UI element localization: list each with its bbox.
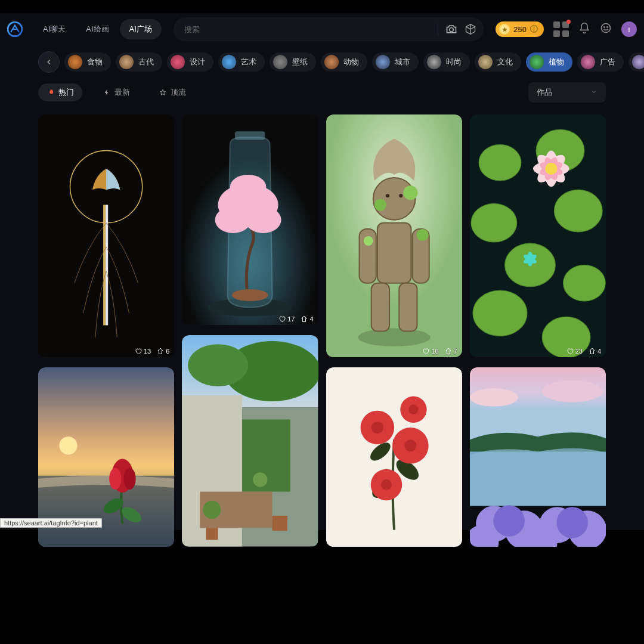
artwork-image [182,114,318,325]
artwork-card[interactable]: 23 4 [470,114,606,360]
category-chip-ad[interactable]: 广告 [577,52,624,72]
category-thumb [68,55,82,69]
category-back-button[interactable] [38,51,60,73]
card-stats: 17 4 [278,315,313,323]
category-chip-design[interactable]: 设计 [167,52,213,72]
svg-point-66 [554,190,602,232]
gallery: 13 6 [0,110,644,554]
svg-point-24 [232,289,268,301]
upvote-button[interactable]: 6 [157,348,169,355]
search-input[interactable] [184,25,432,34]
coin-info-icon: ⓘ [530,24,538,35]
svg-point-45 [403,185,417,200]
category-chip-food[interactable]: 食物 [64,52,111,72]
svg-rect-7 [103,205,106,325]
card-stats: 23 4 [566,348,601,355]
svg-point-69 [473,290,527,336]
nav-tab-paint[interactable]: AI绘画 [76,19,118,39]
artwork-card[interactable] [182,335,318,549]
category-label: 设计 [190,57,205,67]
svg-point-59 [404,439,416,451]
category-chip-ancient[interactable]: 古代 [116,52,162,72]
svg-point-84 [470,388,518,406]
status-bar-url: https://seaart.ai/tagInfo?id=plant [0,518,102,528]
category-thumb [427,55,441,69]
smile-icon[interactable] [600,22,612,36]
bell-icon[interactable] [578,22,590,36]
category-chip-collage[interactable]: 拼贴 [628,52,644,72]
svg-point-65 [471,203,517,242]
nav-tab-plaza[interactable]: AI广场 [120,19,162,39]
svg-rect-19 [235,131,265,140]
apps-grid-icon[interactable] [553,21,569,37]
like-button[interactable]: 17 [278,315,295,323]
nav-tab-chat[interactable]: AI聊天 [33,19,75,39]
svg-rect-38 [377,223,411,283]
app-logo[interactable] [7,21,23,37]
artwork-card[interactable] [326,367,462,549]
category-thumb [324,55,339,69]
svg-point-63 [479,144,521,181]
category-label: 文化 [497,57,513,67]
category-chip-plant[interactable]: 植物 [526,52,572,72]
filter-label: 最新 [114,87,130,98]
upvote-button[interactable]: 4 [589,348,601,355]
artwork-image [326,367,462,547]
svg-point-44 [374,199,386,210]
svg-point-2 [602,24,611,33]
category-chip-fashion[interactable]: 时尚 [423,52,470,72]
category-thumb [530,55,544,69]
coin-amount: 250 [513,25,527,34]
artwork-card[interactable]: 17 4 [182,114,318,327]
category-thumb [119,55,134,69]
category-label: 食物 [87,57,103,67]
svg-point-94 [556,507,588,538]
user-avatar[interactable]: i [621,21,637,37]
app-shell: AI聊天 AI绘画 AI广场 ★ 250 ⓘ [0,13,644,530]
filter-row: 热门 最新 顶流 作品 [0,79,644,110]
upvote-button[interactable]: 7 [445,348,457,355]
upvote-button[interactable]: 4 [301,315,313,323]
coin-balance[interactable]: ★ 250 ⓘ [496,21,544,37]
category-chip-wallpaper[interactable]: 壁纸 [270,52,316,72]
artwork-card[interactable]: 16 7 [326,114,462,360]
category-label: 艺术 [241,57,256,67]
category-chip-art[interactable]: 艺术 [218,52,265,72]
category-chip-city[interactable]: 城市 [372,52,419,72]
nav-tabs: AI聊天 AI绘画 AI广场 [33,19,162,39]
filter-label: 热门 [58,87,74,98]
artwork-card[interactable]: 13 6 [38,114,174,360]
svg-point-61 [408,405,418,414]
like-button[interactable]: 23 [566,348,583,355]
svg-point-16 [123,468,135,490]
header-right: ★ 250 ⓘ i [496,21,637,37]
category-chip-culture[interactable]: 文化 [475,52,521,72]
dice-icon[interactable] [463,22,478,36]
category-thumb [632,55,644,69]
artwork-image [38,114,174,357]
category-thumb [376,55,390,69]
sort-dropdown[interactable]: 作品 [528,82,606,103]
svg-point-49 [399,194,402,197]
like-button[interactable]: 13 [135,348,151,355]
category-chip-animal[interactable]: 动物 [321,52,367,72]
category-label: 植物 [549,57,564,67]
svg-point-60 [380,479,391,490]
like-button[interactable]: 16 [422,348,438,355]
camera-icon[interactable] [444,22,459,36]
filter-tab-hot[interactable]: 热门 [38,83,82,101]
svg-point-4 [607,27,608,28]
category-thumb [581,55,595,69]
artwork-card[interactable] [470,367,606,549]
category-thumb [273,55,287,69]
gallery-column: 23 4 [470,114,606,549]
star-icon [159,88,167,97]
header: AI聊天 AI绘画 AI广场 ★ 250 ⓘ [0,13,644,45]
artwork-image [326,114,462,357]
category-label: 动物 [343,57,359,67]
coin-icon: ★ [499,24,510,35]
filter-tab-new[interactable]: 最新 [94,83,138,101]
category-label: 城市 [395,57,410,67]
filter-tab-top[interactable]: 顶流 [150,83,194,101]
svg-point-15 [109,468,121,490]
